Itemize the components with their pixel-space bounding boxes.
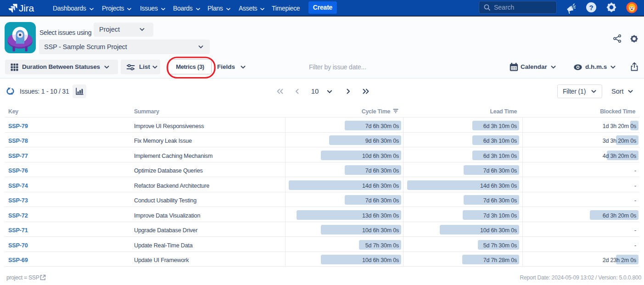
svg-text:?: ? xyxy=(589,4,593,11)
